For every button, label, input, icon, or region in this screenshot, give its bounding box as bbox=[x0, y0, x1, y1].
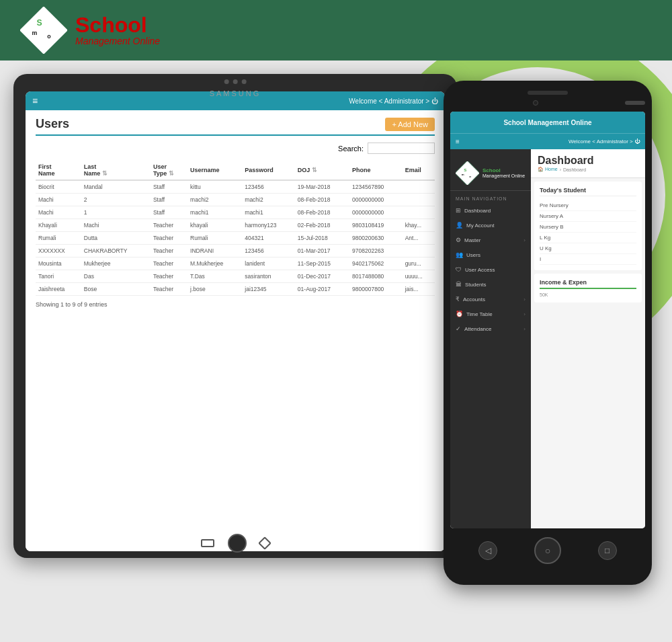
table-cell: 11-Sep-2015 bbox=[295, 257, 349, 270]
table-cell bbox=[403, 206, 435, 219]
table-cell: Machi bbox=[81, 219, 151, 232]
sidebar-item-dashboard[interactable]: ⊞ Dashboard bbox=[450, 203, 531, 218]
table-cell: 9402175062 bbox=[349, 257, 403, 270]
table-cell: T.Das bbox=[187, 270, 242, 283]
table-cell: kittu bbox=[187, 180, 242, 194]
sidebar-item-attendance[interactable]: ✓ Attendance › bbox=[450, 321, 531, 336]
sidebar-label-accounts: Accounts bbox=[463, 296, 485, 303]
table-cell bbox=[403, 180, 435, 194]
student-row-ukg: U Kg bbox=[540, 243, 636, 254]
table-cell: Tanori bbox=[36, 270, 81, 283]
table-cell: j.bose bbox=[187, 283, 242, 296]
svg-rect-0 bbox=[20, 7, 67, 54]
home-button[interactable]: ○ bbox=[534, 537, 561, 564]
table-row: MousintaMukherjeeTeacherM.Mukherjeelanid… bbox=[36, 257, 435, 270]
table-cell: Teacher bbox=[151, 245, 187, 257]
timetable-icon: ⏰ bbox=[456, 311, 463, 317]
phone-screen: School Management Online ≡ Welcome < Adm… bbox=[450, 112, 645, 528]
table-cell: 15-Jul-2018 bbox=[295, 232, 349, 245]
menu-button[interactable]: □ bbox=[598, 541, 617, 560]
table-cell: Ant... bbox=[403, 232, 435, 245]
table-row: RumaliDuttaTeacherRumali40432115-Jul-201… bbox=[36, 232, 435, 245]
table-cell: Mousinta bbox=[36, 257, 81, 270]
nav-section-label: MAIN NAVIGATION bbox=[450, 194, 531, 203]
phone-main-content: Dashboard 🏠 Home › Dashboard Today's Stu… bbox=[531, 149, 645, 528]
phone-brand-text: School Management Online bbox=[482, 167, 525, 179]
table-cell: 1 bbox=[81, 206, 151, 219]
dashboard-title: Dashboard bbox=[538, 155, 638, 167]
phone-hamburger[interactable]: ≡ bbox=[456, 138, 460, 145]
add-new-button[interactable]: + Add New bbox=[385, 118, 435, 131]
table-cell: lanident bbox=[242, 257, 295, 270]
phone-logo-icon: S m o bbox=[456, 161, 479, 185]
search-bar: Search: bbox=[36, 143, 435, 154]
table-cell bbox=[403, 245, 435, 257]
useraccess-icon: 🛡 bbox=[456, 266, 462, 273]
table-row: TanoriDasTeacherT.Dassasiranton01-Dec-20… bbox=[36, 270, 435, 283]
table-cell: khay... bbox=[403, 219, 435, 232]
table-cell: 01-Aug-2017 bbox=[295, 283, 349, 296]
table-cell: guru... bbox=[403, 257, 435, 270]
tablet-btn-home[interactable] bbox=[228, 534, 247, 553]
table-cell: 02-Feb-2018 bbox=[295, 219, 349, 232]
main-content: SAMSUNG ≡ Welcome < Administrator > ⏻ Us… bbox=[0, 61, 672, 642]
table-cell: khayali bbox=[187, 219, 242, 232]
table-cell: machi1 bbox=[187, 206, 242, 219]
table-cell: Staff bbox=[151, 206, 187, 219]
table-cell: Teacher bbox=[151, 257, 187, 270]
sidebar-item-accounts[interactable]: ₹ Accounts › bbox=[450, 292, 531, 307]
sidebar-item-myaccount[interactable]: 👤 My Account bbox=[450, 218, 531, 233]
sidebar-item-users[interactable]: 👥 Users bbox=[450, 247, 531, 262]
sidebar-item-students[interactable]: 🏛 Students bbox=[450, 277, 531, 292]
student-row-1: I bbox=[540, 254, 636, 265]
table-cell: 01-Mar-2017 bbox=[295, 245, 349, 257]
attendance-icon: ✓ bbox=[456, 325, 461, 332]
tablet-btn-back[interactable] bbox=[201, 539, 214, 547]
table-row: BiocritMandalStaffkittu12345619-Mar-2018… bbox=[36, 180, 435, 194]
search-input[interactable] bbox=[368, 143, 435, 154]
table-cell: 08-Feb-2018 bbox=[295, 206, 349, 219]
table-cell: 08-Feb-2018 bbox=[295, 194, 349, 206]
sidebar-item-master[interactable]: ⚙ Master › bbox=[450, 233, 531, 247]
phone-device: School Management Online ≡ Welcome < Adm… bbox=[444, 81, 652, 585]
table-cell: Machi bbox=[36, 194, 81, 206]
svg-text:m: m bbox=[32, 30, 38, 36]
table-row: JaishreetaBoseTeacherj.bosejai1234501-Au… bbox=[36, 283, 435, 296]
table-cell: 0000000000 bbox=[349, 194, 403, 206]
table-cell: Staff bbox=[151, 194, 187, 206]
sidebar-item-useraccess[interactable]: 🛡 User Access bbox=[450, 262, 531, 277]
table-cell: XXXXXXX bbox=[36, 245, 81, 257]
sidebar-label-myaccount: My Account bbox=[466, 223, 494, 229]
table-cell: Teacher bbox=[151, 232, 187, 245]
svg-text:S: S bbox=[464, 167, 466, 172]
table-cell: 19-Mar-2018 bbox=[295, 180, 349, 194]
phone-earpiece bbox=[625, 101, 645, 105]
table-cell: Mukherjee bbox=[81, 257, 151, 270]
table-cell: 1234567890 bbox=[349, 180, 403, 194]
students-section: Today's Student Pre Nursery Nursery A Nu… bbox=[534, 182, 642, 270]
col-usertype: UserType ⇅ bbox=[151, 161, 187, 180]
table-body: BiocritMandalStaffkittu12345619-Mar-2018… bbox=[36, 180, 435, 296]
sidebar-item-timetable[interactable]: ⏰ Time Table › bbox=[450, 307, 531, 321]
tablet-device: SAMSUNG ≡ Welcome < Administrator > ⏻ Us… bbox=[13, 74, 457, 558]
student-label-ukg: U Kg bbox=[540, 245, 552, 251]
hamburger-icon[interactable]: ≡ bbox=[32, 95, 38, 106]
table-cell: 01-Dec-2017 bbox=[295, 270, 349, 283]
table-row: XXXXXXXCHAKRABORTYTeacherINDRANI12345601… bbox=[36, 245, 435, 257]
phone-top-bar: School Management Online bbox=[450, 112, 645, 133]
timetable-arrow: › bbox=[523, 311, 526, 317]
col-username: Username bbox=[187, 161, 242, 180]
col-firstname: FirstName bbox=[36, 161, 81, 180]
tablet-btn-menu[interactable] bbox=[258, 536, 271, 550]
table-cell: Teacher bbox=[151, 219, 187, 232]
table-cell: 404321 bbox=[242, 232, 295, 245]
tablet-bottom-buttons bbox=[201, 534, 269, 553]
student-label-nurseryB: Nursery B bbox=[540, 224, 564, 230]
phone-welcome: Welcome < Administrator > ⏻ bbox=[569, 138, 640, 145]
brand-subtitle: Management Online bbox=[75, 36, 160, 46]
tablet-welcome: Welcome < Administrator > ⏻ bbox=[349, 97, 438, 105]
table-cell: Bose bbox=[81, 283, 151, 296]
table-cell: CHAKRABORTY bbox=[81, 245, 151, 257]
col-doj: DOJ ⇅ bbox=[295, 161, 349, 180]
back-button[interactable]: ◁ bbox=[478, 541, 497, 560]
